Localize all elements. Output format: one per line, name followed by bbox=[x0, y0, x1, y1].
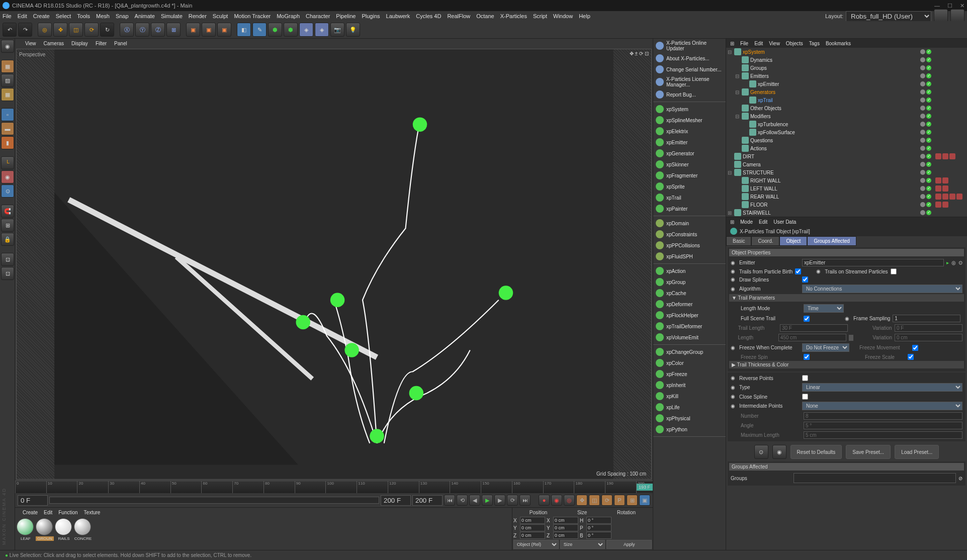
rot-h[interactable] bbox=[586, 517, 611, 524]
viewport[interactable]: Perspective bbox=[16, 49, 652, 480]
xp-xpelektrix[interactable]: xpElektrix bbox=[653, 126, 726, 137]
record-key[interactable]: ● bbox=[539, 495, 550, 506]
polys-mode[interactable]: ▮ bbox=[1, 136, 14, 149]
vp-menu-display[interactable]: Display bbox=[71, 41, 88, 46]
tab-object[interactable]: Object bbox=[779, 236, 807, 246]
menu-file[interactable]: File bbox=[3, 13, 12, 19]
undo-button[interactable]: ↶ bbox=[3, 23, 17, 37]
menu-tools[interactable]: Tools bbox=[77, 13, 90, 19]
xp-xpchangegroup[interactable]: xpChangeGroup bbox=[653, 346, 726, 357]
obj-menu-tags[interactable]: Tags bbox=[809, 41, 820, 46]
xp-xpconstraints[interactable]: xpConstraints bbox=[653, 229, 726, 240]
menu-laubwerk[interactable]: Laubwerk bbox=[386, 13, 410, 19]
tag-icon[interactable] bbox=[935, 185, 941, 192]
lock-tool[interactable]: 🔒 bbox=[1, 233, 14, 246]
xp-xpgenerator[interactable]: xpGenerator bbox=[653, 148, 726, 159]
next-frame[interactable]: ▶ bbox=[494, 495, 505, 506]
attr-menu-user-data[interactable]: User Data bbox=[773, 219, 796, 225]
tag-icon[interactable] bbox=[935, 194, 941, 200]
menu-mograph[interactable]: MoGraph bbox=[277, 13, 300, 19]
tree-expand-icon[interactable]: ⊟ bbox=[728, 49, 733, 55]
tree-item-xpturbulence[interactable]: xpTurbulence✓ bbox=[726, 120, 967, 128]
attr-icon-btn2[interactable]: ◉ bbox=[772, 445, 786, 459]
record-btn[interactable]: ▣ bbox=[639, 495, 650, 506]
xp-xpskinner[interactable]: xpSkinner bbox=[653, 159, 726, 170]
pen-tool[interactable]: ✎ bbox=[252, 23, 267, 37]
scale-tool[interactable]: ◫ bbox=[69, 23, 83, 37]
minimize-button[interactable]: — bbox=[934, 3, 940, 9]
menu-window[interactable]: Window bbox=[553, 13, 573, 19]
edges-mode[interactable]: ▬ bbox=[1, 122, 14, 135]
tag-icon[interactable] bbox=[956, 194, 962, 200]
deformer-tool[interactable]: ◈ bbox=[299, 23, 313, 37]
save-preset-button[interactable]: Save Preset... bbox=[846, 445, 891, 459]
attr-icon-btn1[interactable]: ⊙ bbox=[754, 445, 768, 459]
generator-tool[interactable]: ⬢ bbox=[284, 23, 298, 37]
interp-select[interactable]: None bbox=[802, 402, 962, 410]
emitter-btn3[interactable]: ⊙ bbox=[958, 260, 962, 265]
menu-realflow[interactable]: RealFlow bbox=[447, 13, 470, 19]
menu-snap[interactable]: Snap bbox=[116, 13, 129, 19]
menu-mesh[interactable]: Mesh bbox=[96, 13, 110, 19]
xp-reportbug[interactable]: Report Bug... bbox=[653, 89, 726, 100]
timeline[interactable]: 0102030405060708090100110120130140150160… bbox=[15, 481, 653, 493]
xp-xpphysical[interactable]: xpPhysical bbox=[653, 413, 726, 424]
attr-grid-icon[interactable]: ⊞ bbox=[730, 219, 734, 225]
xp-xplife[interactable]: xpLife bbox=[653, 402, 726, 413]
trails-stream-check[interactable] bbox=[891, 268, 897, 274]
tree-item-right-wall[interactable]: RIGHT WALL✓ bbox=[726, 176, 967, 184]
material-leaf[interactable]: LEAF bbox=[17, 518, 35, 548]
close-spline-check[interactable] bbox=[802, 394, 808, 400]
snap-settings[interactable]: ⊙ bbox=[1, 184, 14, 198]
xp-xpvolumeemit[interactable]: xpVolumeEmit bbox=[653, 332, 726, 343]
tag-icon[interactable] bbox=[942, 185, 948, 192]
tree-item-generators[interactable]: ⊟Generators✓ bbox=[726, 88, 967, 96]
tree-item-rear-wall[interactable]: REAR WALL✓ bbox=[726, 193, 967, 201]
mat-menu-texture[interactable]: Texture bbox=[84, 510, 101, 515]
goto-start[interactable]: ⏮ bbox=[444, 495, 455, 506]
tree-item-xpemitter[interactable]: xpEmitter✓ bbox=[726, 80, 967, 88]
vp-rotate-icon[interactable]: ⟳ bbox=[639, 51, 643, 56]
menu-sculpt[interactable]: Sculpt bbox=[213, 13, 228, 19]
tag-icon[interactable] bbox=[935, 202, 941, 208]
goto-end[interactable]: ⏭ bbox=[519, 495, 531, 506]
rot-b[interactable] bbox=[586, 532, 611, 539]
attr-menu-mode[interactable]: Mode bbox=[740, 219, 753, 225]
tag-icon[interactable] bbox=[935, 153, 941, 159]
xp-xpdomain[interactable]: xpDomain bbox=[653, 218, 726, 229]
material-groun[interactable]: GROUN bbox=[36, 518, 54, 548]
tree-item-dynamics[interactable]: Dynamics✓ bbox=[726, 56, 967, 64]
full-scene-check[interactable] bbox=[804, 316, 810, 322]
xp-xparticleslicensemanager[interactable]: X-Particles License Manager... bbox=[653, 75, 726, 89]
reset-button[interactable]: Reset to Defaults bbox=[790, 445, 842, 459]
xp-xptraildeformer[interactable]: xpTrailDeformer bbox=[653, 321, 726, 332]
xp-xpaction[interactable]: xpAction bbox=[653, 265, 726, 276]
xp-xpcache[interactable]: xpCache bbox=[653, 288, 726, 299]
coord-sys[interactable]: ⊞ bbox=[166, 23, 181, 37]
mat-menu-create[interactable]: Create bbox=[23, 510, 38, 515]
obj-menu-bookmarks[interactable]: Bookmarks bbox=[826, 41, 851, 46]
make-editable[interactable]: ◉ bbox=[1, 40, 14, 53]
xp-xpflockhelper[interactable]: xpFlockHelper bbox=[653, 310, 726, 321]
tree-item-floor[interactable]: FLOOR✓ bbox=[726, 201, 967, 209]
menu-create[interactable]: Create bbox=[33, 13, 50, 19]
tree-expand-icon[interactable]: ⊞ bbox=[728, 210, 733, 216]
end-frame[interactable] bbox=[381, 495, 411, 506]
xp-xpsplinemesher[interactable]: xpSplineMesher bbox=[653, 115, 726, 126]
tab-coord[interactable]: Coord. bbox=[751, 236, 779, 246]
tree-item-xptrail[interactable]: xpTrail✓ bbox=[726, 96, 967, 104]
draw-splines-check[interactable] bbox=[802, 276, 808, 283]
tree-expand-icon[interactable]: ⊟ bbox=[735, 89, 740, 95]
menu-edit[interactable]: Edit bbox=[18, 13, 27, 19]
xp-xpsystem[interactable]: xpSystem bbox=[653, 104, 726, 115]
select-tool[interactable]: ◎ bbox=[38, 23, 52, 37]
close-button[interactable]: ✕ bbox=[960, 3, 964, 9]
autokey[interactable]: ◉ bbox=[551, 495, 562, 506]
menu-character[interactable]: Character bbox=[306, 13, 330, 19]
emitter-btn2[interactable]: ◎ bbox=[951, 260, 956, 265]
xp-xpcolor[interactable]: xpColor bbox=[653, 357, 726, 368]
xp-xpdeformer[interactable]: xpDeformer bbox=[653, 299, 726, 310]
xp-xpfluidsph[interactable]: xpFluidSPH bbox=[653, 251, 726, 262]
object-mode-sel[interactable]: Object (Rel) bbox=[513, 540, 559, 549]
tab-basic[interactable]: Basic bbox=[726, 236, 751, 246]
